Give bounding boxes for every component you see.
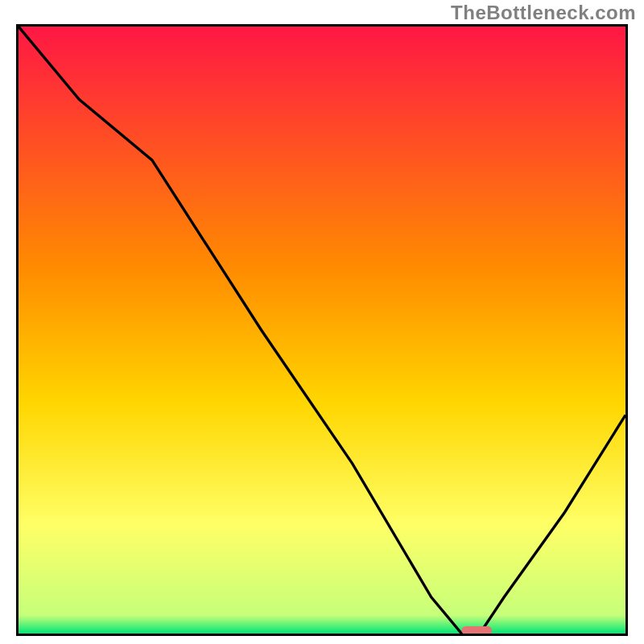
svg-rect-1 (461, 626, 492, 634)
plot-area (16, 24, 628, 636)
optimum-marker (19, 27, 625, 634)
chart-frame: TheBottleneck.com (0, 0, 644, 644)
watermark-text: TheBottleneck.com (451, 2, 636, 24)
